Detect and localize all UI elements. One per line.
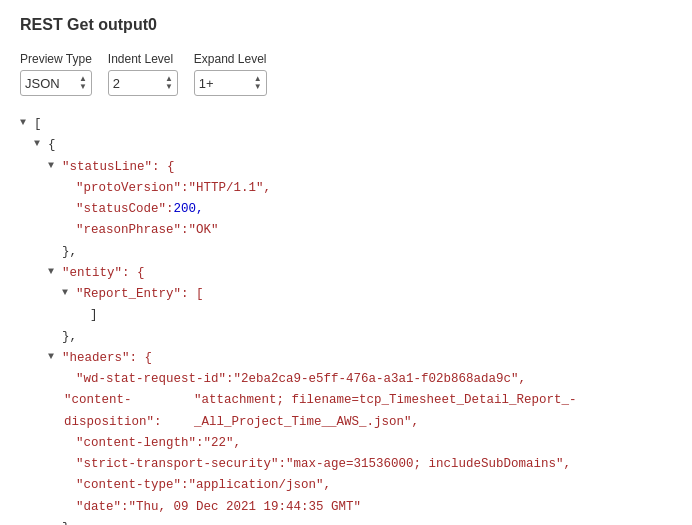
expand-level-select[interactable]: 1+ ▲▼ xyxy=(194,70,267,96)
indent-level-arrows: ▲▼ xyxy=(165,75,173,91)
json-line: ▼"statusLine": { xyxy=(20,157,672,178)
json-line: "content-disposition": "attachment; file… xyxy=(20,390,672,433)
json-line: "wd-stat-request-id": "2eba2ca9-e5ff-476… xyxy=(20,369,672,390)
json-line: }, xyxy=(20,518,672,525)
page-title: REST Get output0 xyxy=(20,16,672,34)
expand-level-label: Expand Level xyxy=(194,52,267,66)
toggle-icon[interactable]: ▼ xyxy=(20,114,34,131)
controls-bar: Preview Type JSON ▲▼ Indent Level 2 ▲▼ E… xyxy=(20,52,672,96)
json-line: "content-type": "application/json", xyxy=(20,475,672,496)
toggle-icon[interactable]: ▼ xyxy=(48,263,62,280)
json-line: "content-length": "22", xyxy=(20,433,672,454)
json-line: ▼"headers": { xyxy=(20,348,672,369)
json-line: ] xyxy=(20,305,672,326)
preview-type-label: Preview Type xyxy=(20,52,92,66)
json-line: "reasonPhrase": "OK" xyxy=(20,220,672,241)
indent-level-label: Indent Level xyxy=(108,52,178,66)
toggle-icon[interactable]: ▼ xyxy=(62,284,76,301)
json-line: "protoVersion": "HTTP/1.1", xyxy=(20,178,672,199)
json-line: ▼{ xyxy=(20,135,672,156)
json-line: }, xyxy=(20,242,672,263)
json-viewer: ▼[ ▼{ ▼"statusLine": { "protoVersion": "… xyxy=(20,114,672,525)
json-line: "strict-transport-security": "max-age=31… xyxy=(20,454,672,475)
json-line: "statusCode": 200, xyxy=(20,199,672,220)
json-line: }, xyxy=(20,327,672,348)
json-line: ▼"entity": { xyxy=(20,263,672,284)
expand-level-value: 1+ xyxy=(199,76,214,91)
expand-level-group: Expand Level 1+ ▲▼ xyxy=(194,52,267,96)
toggle-icon[interactable]: ▼ xyxy=(48,157,62,174)
preview-type-group: Preview Type JSON ▲▼ xyxy=(20,52,92,96)
json-line: ▼"Report_Entry": [ xyxy=(20,284,672,305)
json-line: "date": "Thu, 09 Dec 2021 19:44:35 GMT" xyxy=(20,497,672,518)
toggle-icon[interactable]: ▼ xyxy=(34,135,48,152)
toggle-icon[interactable]: ▼ xyxy=(48,348,62,365)
expand-level-arrows: ▲▼ xyxy=(254,75,262,91)
preview-type-value: JSON xyxy=(25,76,60,91)
preview-type-select[interactable]: JSON ▲▼ xyxy=(20,70,92,96)
indent-level-select[interactable]: 2 ▲▼ xyxy=(108,70,178,96)
json-line: ▼[ xyxy=(20,114,672,135)
preview-type-arrows: ▲▼ xyxy=(79,75,87,91)
indent-level-group: Indent Level 2 ▲▼ xyxy=(108,52,178,96)
indent-level-value: 2 xyxy=(113,76,120,91)
